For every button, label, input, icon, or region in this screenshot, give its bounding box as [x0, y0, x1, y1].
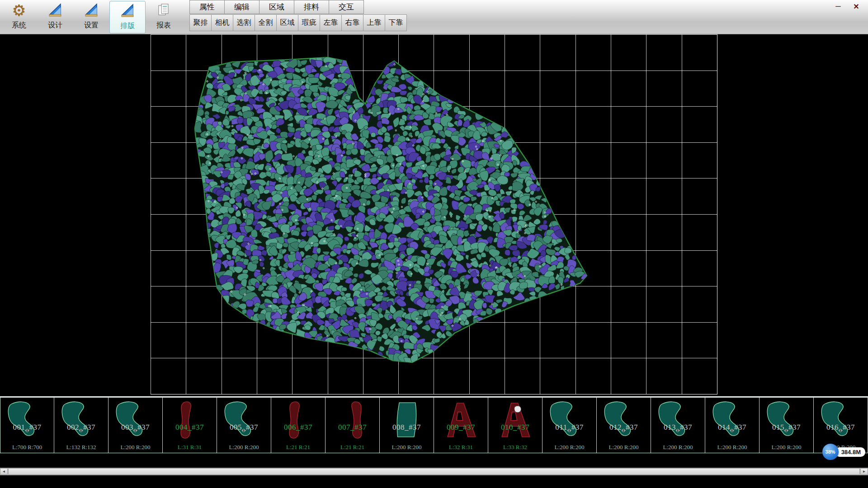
piece-shape-icon	[761, 399, 812, 441]
tool-button-align-bottom[interactable]: 下靠	[385, 14, 407, 31]
tool-button-region[interactable]: 区域	[276, 14, 298, 31]
menu-tab-nesting[interactable]: 排料	[294, 0, 329, 14]
scroll-right-button[interactable]: ►	[860, 468, 868, 475]
memory-percent-badge: 38%	[822, 444, 839, 460]
titlebar: ⚙ 系统 设计 设置 排版 报表	[0, 0, 868, 34]
piece-name: 014_#37	[705, 423, 759, 432]
piece-thumbnail[interactable]: 010_#37L:33 R:32	[488, 397, 542, 453]
piece-lr-label: L:21 R:21	[271, 444, 325, 451]
piece-name: 002_#37	[54, 423, 108, 432]
tool-button-select-cut[interactable]: 选割	[233, 14, 255, 31]
close-button[interactable]: ✕	[851, 2, 862, 11]
app-button-settings[interactable]: 设置	[73, 1, 109, 33]
piece-name: 007_#37	[326, 423, 379, 432]
design-icon	[47, 1, 63, 20]
piece-thumbnail[interactable]: 007_#37L:21 R:21	[326, 397, 380, 453]
piece-name: 012_#37	[597, 423, 651, 432]
piece-lr-label: L:200 R:200	[651, 444, 705, 451]
piece-shape-icon	[653, 399, 703, 441]
piece-name: 015_#37	[760, 423, 813, 432]
menu-tab-interact[interactable]: 交互	[329, 0, 364, 14]
menu-tab-properties[interactable]: 属性	[189, 0, 225, 14]
menu-tab-row: 属性 编辑 区域 排料 交互	[190, 0, 407, 14]
app-button-label: 报表	[156, 21, 171, 30]
piece-name: 006_#37	[271, 423, 325, 432]
app-button-layout[interactable]: 排版	[109, 1, 146, 33]
piece-shape-icon	[165, 399, 215, 441]
layout-icon	[120, 1, 135, 20]
scroll-left-button[interactable]: ◄	[0, 468, 8, 475]
piece-shape-icon	[436, 399, 486, 441]
menu-tab-region[interactable]: 区域	[259, 0, 294, 14]
scrollbar-thumb[interactable]	[8, 468, 860, 475]
tool-button-cut-all[interactable]: 全割	[255, 14, 277, 31]
pieces-strip: 001_#37L:700 R:700 002_#37L:132 R:132 00…	[0, 396, 868, 453]
tool-button-defect[interactable]: 瑕疵	[298, 14, 320, 31]
app-toolbar: ⚙ 系统 设计 设置 排版 报表	[1, 0, 182, 34]
piece-name: 016_#37	[814, 423, 868, 432]
piece-thumbnail[interactable]: 009_#37L:32 R:31	[434, 397, 488, 453]
piece-thumbnail[interactable]: 008_#37L:200 R:200	[380, 397, 434, 453]
gear-icon: ⚙	[12, 1, 26, 20]
piece-shape-icon	[219, 399, 269, 441]
piece-name: 008_#37	[380, 423, 434, 432]
piece-thumbnail[interactable]: 012_#37L:200 R:200	[597, 397, 651, 453]
app-button-report[interactable]: 报表	[146, 1, 182, 33]
app-button-design[interactable]: 设计	[37, 1, 73, 33]
piece-thumbnail[interactable]: 001_#37L:700 R:700	[0, 397, 54, 453]
app-button-label: 系统	[12, 21, 26, 30]
memory-amount: 384.8M	[835, 447, 865, 457]
piece-name: 010_#37	[488, 423, 542, 432]
piece-lr-label: L:200 R:200	[597, 444, 651, 451]
piece-lr-label: L:32 R:31	[434, 444, 488, 451]
piece-thumbnail[interactable]: 011_#37L:200 R:200	[542, 397, 597, 453]
tool-button-camera[interactable]: 相机	[211, 14, 233, 31]
app-button-label: 设置	[84, 21, 99, 30]
piece-name: 011_#37	[542, 423, 596, 432]
piece-shape-icon	[2, 399, 53, 441]
memory-status: 38% 384.8M	[822, 444, 865, 460]
piece-name: 009_#37	[434, 423, 488, 432]
app-button-label: 排版	[120, 21, 135, 31]
piece-shape-icon	[490, 399, 541, 441]
piece-thumbnail[interactable]: 006_#37L:21 R:21	[271, 397, 326, 453]
piece-lr-label: L:200 R:200	[108, 444, 162, 451]
piece-shape-icon	[599, 399, 649, 441]
nesting-workspace[interactable]	[0, 34, 868, 396]
piece-name: 001_#37	[0, 423, 54, 432]
piece-thumbnail[interactable]: 005_#37L:200 R:200	[217, 397, 271, 453]
piece-lr-label: L:200 R:200	[217, 444, 271, 451]
piece-shape-icon	[707, 399, 758, 441]
piece-thumbnail[interactable]: 015_#37L:200 R:200	[760, 397, 814, 453]
piece-thumbnail[interactable]: 002_#37L:132 R:132	[54, 397, 108, 453]
piece-thumbnail[interactable]: 013_#37L:200 R:200	[651, 397, 705, 453]
menu-bar: 属性 编辑 区域 排料 交互 聚排 相机 选割 全割 区域 瑕疵 左靠 右靠 上…	[190, 0, 407, 31]
piece-lr-label: L:200 R:200	[380, 444, 434, 451]
piece-shape-icon	[382, 399, 432, 441]
piece-thumbnail[interactable]: 004_#37L:31 R:31	[163, 397, 217, 453]
tool-button-row: 聚排 相机 选割 全割 区域 瑕疵 左靠 右靠 上靠 下靠	[190, 14, 407, 31]
piece-shape-icon	[56, 399, 107, 441]
piece-lr-label: L:21 R:21	[326, 444, 379, 451]
piece-lr-label: L:33 R:32	[488, 444, 542, 451]
piece-thumbnail[interactable]: 014_#37L:200 R:200	[705, 397, 760, 453]
tool-button-align-left[interactable]: 左靠	[320, 14, 342, 31]
menu-tab-edit[interactable]: 编辑	[224, 0, 259, 14]
tool-button-align-top[interactable]: 上靠	[363, 14, 385, 31]
piece-lr-label: L:31 R:31	[163, 444, 217, 451]
piece-name: 005_#37	[217, 423, 271, 432]
app-button-system[interactable]: ⚙ 系统	[1, 1, 37, 33]
tool-button-align-right[interactable]: 右靠	[341, 14, 363, 31]
piece-lr-label: L:700 R:700	[0, 444, 54, 451]
horizontal-scrollbar[interactable]: ◄ ►	[0, 468, 868, 475]
settings-icon	[84, 1, 99, 20]
scroll-right-icon: ►	[863, 469, 866, 474]
minimize-button[interactable]: ─	[833, 2, 844, 11]
tool-button-cluster-nest[interactable]: 聚排	[189, 14, 212, 31]
nested-hide-canvas	[0, 34, 868, 396]
piece-thumbnail[interactable]: 003_#37L:200 R:200	[108, 397, 163, 453]
piece-shape-icon	[327, 399, 378, 441]
piece-name: 003_#37	[108, 423, 162, 432]
piece-shape-icon	[816, 399, 866, 441]
app-button-label: 设计	[48, 21, 62, 30]
